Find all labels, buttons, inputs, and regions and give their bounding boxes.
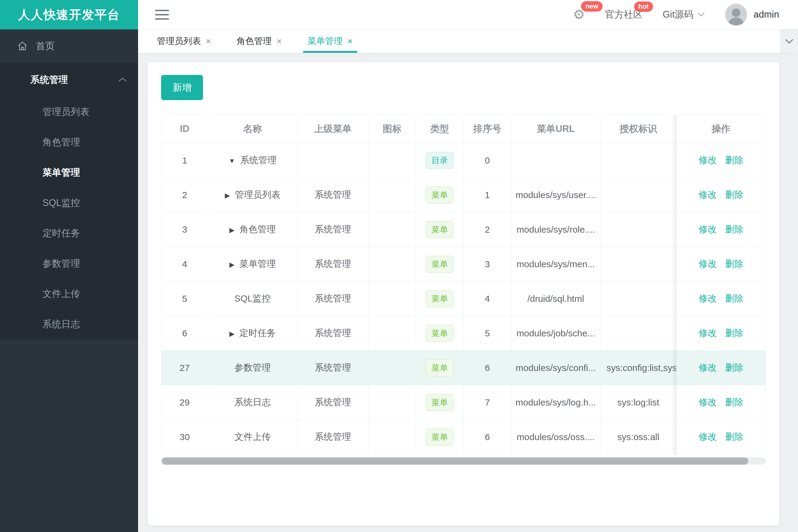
edit-link[interactable]: 修改	[699, 328, 717, 338]
sidebar-item-label: 首页	[36, 40, 55, 53]
tab-list-button[interactable]	[777, 30, 798, 53]
sidebar-item-param-management[interactable]: 参数管理	[0, 248, 138, 279]
table-row: 2 ▶管理员列表 系统管理 菜单 1 modules/sys/user.... …	[162, 178, 766, 212]
type-badge: 菜单	[426, 359, 453, 376]
collapse-arrow-icon[interactable]: ▼	[229, 157, 236, 165]
close-icon[interactable]: ×	[206, 36, 211, 46]
home-icon	[17, 41, 28, 52]
edit-link[interactable]: 修改	[699, 362, 717, 373]
add-button[interactable]: 新增	[161, 75, 203, 100]
col-parent: 上级菜单	[297, 122, 368, 135]
col-icon: 图标	[369, 122, 416, 135]
type-badge: 菜单	[426, 290, 453, 307]
table-row: 29 系统日志 系统管理 菜单 7 modules/sys/log.h... s…	[162, 385, 766, 420]
delete-link[interactable]: 删除	[725, 190, 743, 200]
delete-link[interactable]: 删除	[725, 293, 743, 303]
col-name: 名称	[208, 122, 297, 135]
type-badge: 目录	[426, 152, 453, 169]
tab-role-management[interactable]: 角色管理 ×	[224, 30, 295, 53]
expand-arrow-icon[interactable]: ▶	[229, 226, 235, 234]
menu-table: ID 名称 上级菜单 图标 类型 排序号 菜单URL 授权标识 操作	[161, 115, 766, 454]
table-row: 30 文件上传 系统管理 菜单 6 modules/oss/oss.... sy…	[162, 420, 766, 454]
tab-menu-management[interactable]: 菜单管理 ×	[295, 30, 366, 53]
sidebar-item-admin-list[interactable]: 管理员列表	[0, 97, 138, 127]
close-icon[interactable]: ×	[277, 36, 282, 46]
table-row: 6 ▶定时任务 系统管理 菜单 5 modules/job/sche... 修改…	[162, 316, 766, 350]
edit-link[interactable]: 修改	[699, 190, 717, 200]
sidebar-item-sql-monitor[interactable]: SQL监控	[0, 188, 138, 218]
sidebar-item-menu-management[interactable]: 菜单管理	[0, 157, 138, 188]
type-badge: 菜单	[426, 429, 453, 445]
sidebar-item-file-upload[interactable]: 文件上传	[0, 279, 138, 309]
page: 人人快速开发平台 首页 系统管理 管理员列表 角色管理 菜单管理	[0, 0, 798, 532]
sidebar-item-home[interactable]: 首页	[0, 30, 138, 63]
expand-arrow-icon[interactable]: ▶	[229, 330, 235, 338]
table-header-row: ID 名称 上级菜单 图标 类型 排序号 菜单URL 授权标识 操作	[162, 115, 766, 143]
scrollbar-thumb[interactable]	[162, 457, 748, 465]
delete-link[interactable]: 删除	[725, 155, 743, 165]
table-row: 1 ▼系统管理 目录 0 修改删除	[162, 143, 766, 178]
chevron-down-icon	[784, 39, 794, 44]
delete-link[interactable]: 删除	[725, 328, 743, 338]
col-type: 类型	[416, 122, 463, 135]
col-perm: 授权标识	[600, 122, 676, 135]
menu-toggle-icon[interactable]	[155, 10, 169, 20]
table-row-highlighted: 27 参数管理 系统管理 菜单 6 modules/sys/confi... s…	[162, 350, 766, 385]
sidebar-item-role-management[interactable]: 角色管理	[0, 127, 138, 157]
edit-link[interactable]: 修改	[699, 293, 717, 303]
sidebar-item-system-log[interactable]: 系统日志	[0, 309, 138, 339]
edit-link[interactable]: 修改	[699, 259, 717, 269]
tabbar: 管理员列表 × 角色管理 × 菜单管理 ×	[138, 30, 798, 53]
table-row: 3 ▶角色管理 系统管理 菜单 2 modules/sys/role.... 修…	[162, 212, 766, 247]
table-row: 4 ▶菜单管理 系统管理 菜单 3 modules/sys/men... 修改删…	[162, 247, 766, 282]
username: admin	[754, 9, 779, 20]
avatar	[725, 4, 747, 25]
col-order: 排序号	[464, 122, 511, 135]
type-badge: 菜单	[426, 221, 453, 238]
expand-arrow-icon[interactable]: ▶	[225, 192, 230, 199]
settings-button[interactable]: ⚙ new	[573, 8, 585, 21]
sidebar-group-title[interactable]: 系统管理	[0, 63, 138, 97]
col-url: 菜单URL	[511, 122, 600, 135]
sidebar-group-system: 系统管理 管理员列表 角色管理 菜单管理 SQL监控 定时任务 参数管理 文件上…	[0, 63, 138, 339]
horizontal-scrollbar[interactable]	[161, 457, 766, 465]
close-icon[interactable]: ×	[348, 36, 353, 46]
content-area: 新增 ID 名称 上级菜单 图标	[138, 53, 798, 532]
edit-link[interactable]: 修改	[699, 224, 717, 234]
col-actions: 操作	[676, 122, 765, 135]
content-card: 新增 ID 名称 上级菜单 图标	[148, 62, 779, 525]
type-badge: 菜单	[426, 187, 453, 204]
table-row: 5 SQL监控 系统管理 菜单 4 /druid/sql.html 修改删除	[162, 282, 766, 316]
type-badge: 菜单	[426, 325, 453, 342]
delete-link[interactable]: 删除	[725, 397, 743, 407]
user-menu[interactable]: admin	[725, 4, 779, 25]
edit-link[interactable]: 修改	[699, 397, 717, 407]
new-badge: new	[581, 1, 602, 12]
type-badge: 菜单	[426, 394, 453, 411]
sidebar-item-scheduled-tasks[interactable]: 定时任务	[0, 218, 138, 248]
hot-badge: hot	[634, 1, 653, 12]
delete-link[interactable]: 删除	[725, 362, 743, 373]
git-source-dropdown[interactable]: Git源码	[663, 8, 705, 21]
topbar-right: ⚙ new 官方社区 hot Git源码	[573, 4, 779, 25]
tab-admin-list[interactable]: 管理员列表 ×	[144, 30, 224, 53]
expand-arrow-icon[interactable]: ▶	[229, 261, 235, 268]
main-area: ⚙ new 官方社区 hot Git源码	[138, 0, 798, 532]
community-link[interactable]: 官方社区 hot	[605, 8, 643, 21]
delete-link[interactable]: 删除	[725, 432, 743, 442]
edit-link[interactable]: 修改	[699, 155, 717, 165]
chevron-down-icon	[697, 12, 705, 17]
chevron-up-icon	[118, 77, 127, 82]
sidebar: 人人快速开发平台 首页 系统管理 管理员列表 角色管理 菜单管理	[0, 0, 138, 532]
topbar: ⚙ new 官方社区 hot Git源码	[138, 0, 798, 30]
edit-link[interactable]: 修改	[699, 432, 717, 442]
type-badge: 菜单	[426, 256, 453, 273]
app-title: 人人快速开发平台	[0, 0, 138, 30]
delete-link[interactable]: 删除	[725, 224, 743, 234]
col-id: ID	[162, 124, 208, 134]
delete-link[interactable]: 删除	[725, 259, 743, 269]
